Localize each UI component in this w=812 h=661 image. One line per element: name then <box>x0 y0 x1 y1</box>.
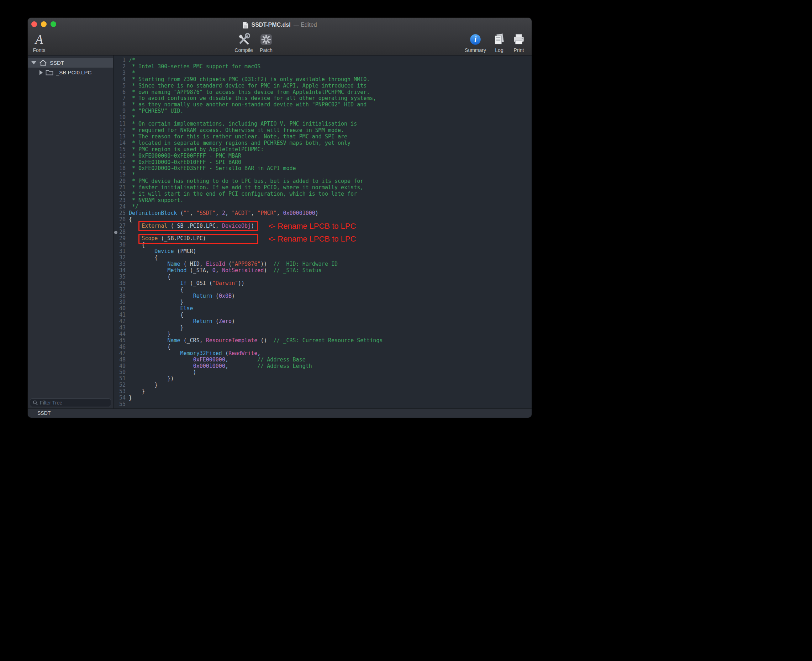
code-editor[interactable]: 1234567891011121314151617181920212223242… <box>113 56 532 409</box>
line-number: 10 <box>113 115 126 121</box>
code-line: } <box>129 395 532 401</box>
print-label: Print <box>507 47 530 53</box>
line-number: 30 <box>113 242 126 248</box>
line-number: 18 <box>113 165 126 172</box>
tree-sidebar: SSDT _SB.PCI0.LPC <box>28 56 113 409</box>
code-line: * as they normally use another non-stand… <box>129 102 532 108</box>
code-line: } <box>129 388 532 395</box>
code-line: * Starting from Z390 chipsets PMC (D31:F… <box>129 77 532 83</box>
code-line: * To avoid confusion we disable this dev… <box>129 95 532 102</box>
line-number: 17 <box>113 160 126 166</box>
code-line: * required for NVRAM access. Otherwise i… <box>129 127 532 134</box>
gutter-marker-icon <box>114 231 117 234</box>
print-button[interactable]: Print <box>507 32 530 53</box>
line-number: 27 <box>113 223 126 230</box>
print-printer-icon <box>507 32 530 47</box>
compile-label: Compile <box>232 47 255 53</box>
summary-label: Summary <box>464 47 487 53</box>
code-line: Memory32Fixed (ReadWrite, <box>129 350 532 357</box>
disclosure-triangle-collapsed-icon[interactable] <box>40 70 43 75</box>
code-line: 0xFE000000, // Address Base <box>129 357 532 363</box>
line-number: 23 <box>113 198 126 204</box>
document-icon <box>242 21 248 29</box>
code-line: Return (Zero) <box>129 318 532 325</box>
line-number: 14 <box>113 140 126 147</box>
line-number: 37 <box>113 287 126 293</box>
line-number: 52 <box>113 382 126 388</box>
code-line: * <box>129 70 532 77</box>
line-number: 50 <box>113 369 126 376</box>
window-edited-text: — Edited <box>294 22 317 28</box>
line-number: 40 <box>113 306 126 312</box>
code-line: * "PCHRESV" UID. <box>129 108 532 115</box>
line-number: 2 <box>113 64 126 70</box>
minimize-button[interactable] <box>41 21 46 27</box>
tree-item-sb-pci0-lpc[interactable]: _SB.PCI0.LPC <box>28 68 113 77</box>
patch-button[interactable]: Patch <box>255 32 278 53</box>
code-line: * PMC region is used by AppleIntelPCHPMC… <box>129 147 532 153</box>
line-number: 6 <box>113 89 126 96</box>
summary-info-icon: i <box>464 32 487 47</box>
code-line: { <box>129 312 532 318</box>
annotation-note: <- Rename LPCB to LPC <box>268 222 356 230</box>
line-number: 26 <box>113 217 126 223</box>
code-line: * <box>129 115 532 121</box>
disclosure-triangle-expanded-icon[interactable] <box>31 61 36 64</box>
code-line: } <box>129 299 532 306</box>
compile-button[interactable]: Compile <box>232 32 255 53</box>
code-line: }) <box>129 376 532 382</box>
fonts-button[interactable]: A Fonts <box>28 32 51 53</box>
line-number: 15 <box>113 147 126 153</box>
code-line: } <box>129 331 532 338</box>
code-line: * NVRAM support. <box>129 198 532 204</box>
line-number: 4 <box>113 77 126 83</box>
line-number: 16 <box>113 153 126 160</box>
annotation-highlight-box <box>138 221 258 231</box>
code-line <box>129 401 532 408</box>
code-line: { <box>129 344 532 350</box>
line-number: 54 <box>113 395 126 401</box>
line-number: 22 <box>113 191 126 198</box>
code-content: /* * Intel 300-series PMC support for ma… <box>129 57 532 408</box>
code-line: * 0xFE010000~0xFE010FFF - SPI BAR0 <box>129 160 532 166</box>
fullscreen-button[interactable] <box>51 21 56 27</box>
code-line: Method (_STA, 0, NotSerialized) // _STA:… <box>129 268 532 274</box>
line-number: 13 <box>113 134 126 140</box>
filter-tree-field <box>30 398 111 407</box>
code-line: * 0xFE000000~0xFE00FFFF - PMC MBAR <box>129 153 532 160</box>
fonts-label: Fonts <box>28 47 51 53</box>
window-header: SSDT-PMC.dsl — Edited A Fonts Compile <box>28 18 532 56</box>
line-number: 29 <box>113 236 126 242</box>
code-line: * it will start in the end of PCI config… <box>129 191 532 198</box>
tree-item-label: SSDT <box>50 60 64 66</box>
line-number: 48 <box>113 357 126 363</box>
search-icon <box>33 400 38 407</box>
line-number: 25 <box>113 210 126 217</box>
patch-label: Patch <box>255 47 278 53</box>
line-number: 19 <box>113 172 126 178</box>
code-line: { <box>129 255 532 261</box>
tree-item-ssdt[interactable]: SSDT <box>28 58 113 68</box>
close-button[interactable] <box>31 21 37 27</box>
line-number: 9 <box>113 108 126 115</box>
patch-gear-icon <box>255 32 278 47</box>
line-number: 51 <box>113 376 126 382</box>
window-content: SSDT _SB.PCI0.LPC <box>28 56 532 409</box>
code-line: * The reason for this is rather unclear.… <box>129 134 532 140</box>
code-line: If (_OSI ("Darwin")) <box>129 280 532 287</box>
filter-tree-input[interactable] <box>30 398 111 407</box>
summary-button[interactable]: i Summary <box>464 32 487 53</box>
code-line: /* <box>129 57 532 64</box>
line-number: 8 <box>113 102 126 108</box>
code-line: 0x00010000, // Address Length <box>129 363 532 370</box>
code-line: DefinitionBlock ("", "SSDT", 2, "ACDT", … <box>129 210 532 217</box>
line-number: 32 <box>113 255 126 261</box>
annotation-highlight-box <box>138 234 258 244</box>
line-number: 20 <box>113 178 126 185</box>
annotation-note: <- Rename LPCB to LPC <box>268 235 356 243</box>
line-number: 38 <box>113 293 126 300</box>
code-line: Device (PMCR) <box>129 248 532 255</box>
code-line: * On certain implementations, including … <box>129 121 532 127</box>
code-line: { <box>129 287 532 293</box>
home-icon <box>39 59 47 67</box>
